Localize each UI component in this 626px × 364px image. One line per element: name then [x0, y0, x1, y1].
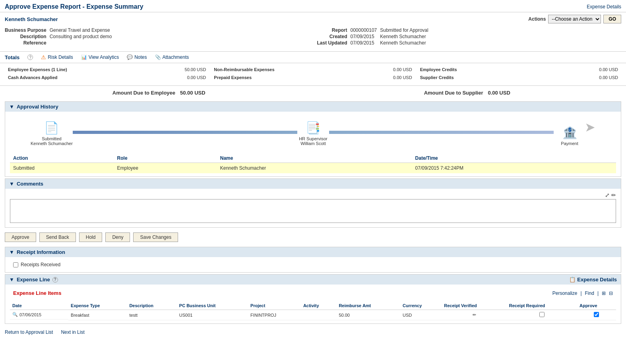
- row-action: Submitted: [10, 163, 114, 174]
- edit-receipt-icon[interactable]: ✏: [473, 312, 476, 317]
- comments-icons: ⤢ ✏: [10, 192, 616, 198]
- cell-currency: USD: [400, 310, 442, 320]
- edit-icon[interactable]: ✏: [611, 192, 616, 198]
- receipt-required-checkbox[interactable]: [539, 312, 545, 317]
- reference-label: Reference: [5, 40, 47, 46]
- expense-line-body: Expense Line Items Personalize | Find | …: [5, 285, 621, 323]
- expense-line-collapse-icon: ▼: [9, 277, 14, 283]
- col-pc-business-unit: PC Business Unit: [177, 302, 248, 310]
- action-buttons: Approve Send Back Hold Deny Save Changes: [0, 229, 626, 245]
- section-top: Kenneth Schumacher Actions --Choose an A…: [0, 12, 626, 51]
- expense-line-label: Expense Line: [17, 277, 50, 283]
- approval-timeline: 📄 Submitted Kenneth Schumacher 📑 HR Supe…: [10, 115, 616, 151]
- expense-items-title: Expense Line Items: [13, 290, 61, 296]
- receipt-info-section: ▼ Receipt Information Receipts Received: [5, 247, 621, 273]
- cash-advances-label: Cash Advances Applied: [8, 75, 58, 80]
- cash-advances-cell: Cash Advances Applied 0.00 USD: [5, 74, 209, 81]
- expense-items-header: Expense Line Items Personalize | Find | …: [10, 288, 616, 298]
- col-datetime: Date/Time: [412, 154, 616, 163]
- deny-button[interactable]: Deny: [105, 232, 130, 242]
- next-in-list-link[interactable]: Next in List: [61, 329, 84, 335]
- receipt-info-header[interactable]: ▼ Receipt Information: [5, 247, 621, 257]
- attachments-link[interactable]: 📎 Attachments: [155, 54, 189, 60]
- col-reimburse-amt: Reimburse Amt: [336, 302, 400, 310]
- save-changes-button[interactable]: Save Changes: [133, 232, 178, 242]
- non-reimbursable-value: 0.00 USD: [393, 67, 412, 72]
- hold-button[interactable]: Hold: [79, 232, 103, 242]
- collapse-icon: ▼: [9, 104, 14, 110]
- actions-select[interactable]: --Choose an ActionApproveSend BackHoldDe…: [548, 15, 601, 23]
- cell-activity: [301, 310, 336, 320]
- cell-receipt-required[interactable]: [507, 310, 577, 320]
- timeline-node-hr: 📑 HR Supervisor William Scott: [297, 121, 329, 146]
- business-purpose-value: General Travel and Expense: [50, 27, 309, 33]
- expense-line-header-left: ▼ Expense Line ?: [9, 277, 58, 283]
- view-all-icon[interactable]: ⊞: [602, 290, 606, 296]
- approval-table: Action Role Name Date/Time Submitted Emp…: [10, 154, 616, 173]
- created-label: Created: [317, 34, 347, 39]
- approval-history-section: ▼ Approval History 📄 Submitted Kenneth S…: [5, 101, 621, 177]
- description-label: Description: [5, 34, 47, 39]
- employee-credits-label: Employee Credits: [420, 67, 457, 72]
- cell-approve-checkbox[interactable]: [577, 310, 616, 320]
- info-left: Business Purpose General Travel and Expe…: [5, 27, 309, 46]
- cell-pc-business-unit: US001: [177, 310, 248, 320]
- comments-header[interactable]: ▼ Comments: [5, 179, 621, 189]
- created-by: Kenneth Schumacher: [380, 34, 621, 39]
- amount-due-supplier: Amount Due to Supplier 0.00 USD: [313, 90, 622, 96]
- totals-section-header: Totals ? ⚠ Risk Details 📊 View Analytics…: [0, 51, 626, 63]
- expense-line-section: ▼ Expense Line ? 📋 Expense Details Expen…: [5, 274, 621, 324]
- reference-value: [50, 40, 309, 46]
- expense-line-header[interactable]: ▼ Expense Line ? 📋 Expense Details: [5, 275, 621, 285]
- timeline-node-payment: 🏦 Payment: [554, 126, 585, 146]
- actions-row: Actions --Choose an ActionApproveSend Ba…: [528, 15, 621, 23]
- approve-checkbox[interactable]: [594, 312, 599, 317]
- description-value: Consulting and product demo: [50, 34, 309, 39]
- col-name: Name: [217, 154, 412, 163]
- view-analytics-link[interactable]: 📊 View Analytics: [81, 54, 119, 60]
- expense-details-link[interactable]: Expense Details: [587, 4, 621, 10]
- return-approval-list-link[interactable]: Return to Approval List: [5, 329, 53, 335]
- comments-section: ▼ Comments ⤢ ✏: [5, 178, 621, 228]
- send-back-button[interactable]: Send Back: [39, 232, 76, 242]
- expand-icon[interactable]: ⤢: [605, 192, 610, 198]
- receipts-received-checkbox[interactable]: [13, 262, 18, 267]
- go-button[interactable]: GO: [603, 15, 621, 23]
- find-link[interactable]: Find: [585, 290, 594, 296]
- totals-table: Employee Expenses (1 Line) 50.00 USD Non…: [0, 63, 626, 85]
- personalize-link[interactable]: Personalize: [552, 290, 578, 296]
- totals-label: Totals: [5, 54, 19, 60]
- col-role: Role: [114, 154, 217, 163]
- hr-label: HR Supervisor: [299, 136, 328, 141]
- prepaid-value: 0.00 USD: [393, 75, 412, 80]
- report-status: Submitted for Approval: [380, 27, 621, 33]
- comments-textarea[interactable]: [10, 199, 616, 223]
- expense-items-table: Date Expense Type Description PC Busines…: [10, 302, 616, 320]
- timeline-node-submitted: 📄 Submitted Kenneth Schumacher: [31, 121, 73, 146]
- comments-body: ⤢ ✏: [5, 189, 621, 227]
- col-description: Description: [127, 302, 176, 310]
- grid-icon[interactable]: ⊟: [609, 290, 613, 296]
- col-expense-type: Expense Type: [68, 302, 127, 310]
- col-receipt-verified: Receipt Verified: [442, 302, 507, 310]
- help-icon[interactable]: ?: [27, 54, 33, 60]
- comments-label: Comments: [17, 181, 43, 187]
- cell-description: testt: [127, 310, 176, 320]
- row-expand-icon[interactable]: 🔍: [12, 312, 18, 317]
- row-datetime: 07/09/2015 7:42:24PM: [412, 163, 616, 174]
- expense-line-details-link[interactable]: 📋 Expense Details: [569, 277, 617, 283]
- approval-table-header-row: Action Role Name Date/Time: [10, 154, 616, 163]
- amount-due-row: Amount Due to Employee 50.00 USD Amount …: [0, 85, 626, 100]
- amount-due-employee-value: 50.00 USD: [180, 90, 205, 96]
- approval-history-header[interactable]: ▼ Approval History: [5, 102, 621, 112]
- prepaid-label: Prepaid Expenses: [214, 75, 252, 80]
- notes-link[interactable]: 💬 Notes: [127, 54, 147, 60]
- cell-project: FININTPROJ: [248, 310, 301, 320]
- employee-expenses-label: Employee Expenses (1 Line): [8, 67, 67, 72]
- expense-line-help-icon[interactable]: ?: [52, 277, 58, 283]
- risk-details-link[interactable]: ⚠ Risk Details: [41, 54, 73, 60]
- totals-row-2: Cash Advances Applied 0.00 USD Prepaid E…: [5, 74, 621, 81]
- non-reimbursable-cell: Non-Reimbursable Expenses 0.00 USD: [211, 66, 415, 73]
- page-title: Approve Expense Report - Expense Summary: [5, 3, 143, 10]
- approve-button[interactable]: Approve: [5, 232, 36, 242]
